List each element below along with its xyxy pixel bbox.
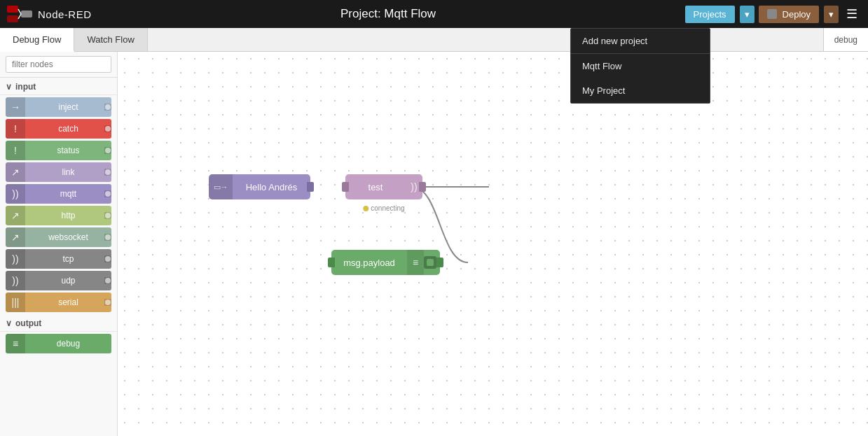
serial-port bbox=[104, 299, 111, 306]
node-websocket[interactable]: ↗ websocket bbox=[6, 227, 111, 247]
http-icon: ↗ bbox=[6, 206, 25, 225]
test-port-left bbox=[342, 182, 349, 192]
serial-icon: ||| bbox=[6, 293, 25, 312]
test-label: test bbox=[345, 182, 406, 192]
inject-port bbox=[104, 104, 111, 111]
canvas-area[interactable]: ▭→ Hello Andrés test )) connecting msg.p… bbox=[118, 52, 868, 436]
status-icon: ! bbox=[6, 141, 25, 160]
tcp-port bbox=[104, 255, 111, 262]
test-port-right bbox=[419, 182, 426, 192]
inject-icon: → bbox=[6, 97, 25, 117]
app-title: Node-RED bbox=[38, 8, 92, 20]
tabsbar: Debug Flow Watch Flow debug bbox=[0, 28, 868, 52]
hello-andres-port-right bbox=[307, 182, 314, 192]
category-output[interactable]: ∨ output bbox=[0, 314, 117, 332]
projects-dropdown-button[interactable]: ▾ bbox=[740, 6, 755, 23]
debug-out-icon: ≡ bbox=[6, 334, 25, 353]
svg-rect-0 bbox=[7, 6, 18, 13]
deploy-dropdown-button[interactable]: ▾ bbox=[824, 6, 839, 23]
connecting-label: connecting bbox=[371, 204, 404, 212]
tcp-icon: )) bbox=[6, 249, 25, 269]
node-status[interactable]: ! status bbox=[6, 141, 111, 160]
catch-port bbox=[104, 125, 111, 132]
category-input[interactable]: ∨ input bbox=[0, 78, 117, 95]
msg-payload-list-icon: ≡ bbox=[407, 250, 424, 275]
node-inject[interactable]: → inject bbox=[6, 97, 111, 117]
udp-icon: )) bbox=[6, 271, 25, 290]
node-serial[interactable]: ||| serial bbox=[6, 293, 111, 312]
svg-line-3 bbox=[18, 9, 21, 14]
project-title: Project: Mqtt Flow bbox=[99, 7, 678, 21]
svg-line-4 bbox=[18, 14, 21, 19]
projects-button[interactable]: Projects bbox=[685, 6, 735, 23]
deploy-button[interactable]: Deploy bbox=[759, 6, 819, 23]
sidebar: ∨ input → inject ! catch ! status ↗ link bbox=[0, 52, 118, 436]
mqtt-icon: )) bbox=[6, 184, 25, 204]
node-debug-out[interactable]: ≡ debug bbox=[6, 334, 111, 353]
menu-mqtt-flow[interactable]: Mqtt Flow bbox=[571, 54, 710, 78]
menu-button[interactable]: ☰ bbox=[843, 3, 861, 25]
node-http[interactable]: ↗ http bbox=[6, 206, 111, 225]
udp-port bbox=[104, 277, 111, 284]
projects-menu: Add new project Mqtt Flow My Project bbox=[570, 28, 710, 104]
connecting-indicator bbox=[363, 206, 368, 211]
node-hello-andres[interactable]: ▭→ Hello Andrés bbox=[209, 174, 310, 199]
filter-nodes-input[interactable] bbox=[6, 56, 111, 73]
link-port bbox=[104, 169, 111, 176]
main-layout: ∨ input → inject ! catch ! status ↗ link bbox=[0, 52, 868, 436]
msg-payload-port-right bbox=[436, 258, 443, 267]
status-port bbox=[104, 147, 111, 154]
logo-area: Node-RED bbox=[7, 4, 92, 24]
hello-andres-label: Hello Andrés bbox=[233, 182, 310, 192]
menu-add-new-project[interactable]: Add new project bbox=[571, 29, 710, 53]
node-mqtt[interactable]: )) mqtt bbox=[6, 184, 111, 204]
hello-andres-icon: ▭→ bbox=[214, 183, 228, 192]
node-red-logo bbox=[7, 4, 32, 24]
msg-payload-port-left bbox=[328, 258, 335, 267]
debug-badge: debug bbox=[823, 28, 868, 51]
http-port bbox=[104, 212, 111, 219]
node-catch[interactable]: ! catch bbox=[6, 119, 111, 139]
node-link[interactable]: ↗ link bbox=[6, 162, 111, 182]
filter-input-wrap bbox=[0, 52, 117, 78]
websocket-port bbox=[104, 234, 111, 241]
node-udp[interactable]: )) udp bbox=[6, 271, 111, 290]
tab-watch-flow[interactable]: Watch Flow bbox=[74, 28, 147, 51]
topbar-right: Projects ▾ Deploy ▾ ☰ bbox=[685, 3, 861, 25]
node-tcp[interactable]: )) tcp bbox=[6, 249, 111, 269]
link-icon: ↗ bbox=[6, 162, 25, 182]
svg-rect-2 bbox=[21, 10, 32, 17]
node-msg-payload[interactable]: msg.payload ≡ bbox=[331, 250, 440, 275]
msg-payload-label: msg.payload bbox=[331, 258, 407, 268]
tab-debug-flow[interactable]: Debug Flow bbox=[0, 28, 74, 52]
svg-rect-1 bbox=[7, 15, 18, 22]
canvas-connections bbox=[118, 52, 868, 436]
catch-icon: ! bbox=[6, 119, 25, 139]
websocket-icon: ↗ bbox=[6, 227, 25, 247]
node-test[interactable]: test )) connecting bbox=[345, 174, 422, 199]
msg-payload-extra-icon bbox=[424, 256, 436, 269]
menu-my-project[interactable]: My Project bbox=[571, 78, 710, 103]
topbar: Node-RED Project: Mqtt Flow Projects ▾ D… bbox=[0, 0, 868, 28]
mqtt-port bbox=[104, 190, 111, 197]
